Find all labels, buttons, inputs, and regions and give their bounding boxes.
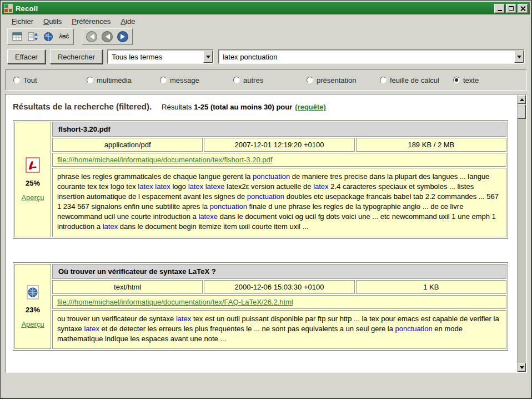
doc-table-button[interactable] bbox=[9, 29, 25, 44]
menu-fichier[interactable]: Fichier bbox=[7, 16, 38, 27]
clear-button[interactable]: Effacer bbox=[7, 49, 46, 64]
app-icon bbox=[4, 4, 13, 13]
globe-icon bbox=[43, 32, 53, 42]
result-left-column: 25% Aperçu bbox=[14, 122, 51, 237]
arrow-down-icon bbox=[520, 366, 524, 371]
next-page-button[interactable] bbox=[115, 29, 131, 44]
sort-by-dates-icon bbox=[28, 32, 38, 41]
result-detail-column: Où trouver un vérificateur de syntaxe La… bbox=[52, 264, 506, 350]
scroll-up-button[interactable] bbox=[518, 95, 526, 104]
result-date: 2007-12-01 12:19:20 +0100 bbox=[204, 138, 354, 152]
preview-link[interactable]: Aperçu bbox=[21, 320, 44, 328]
table-icon bbox=[12, 32, 22, 41]
result-mimetype: text/html bbox=[52, 280, 203, 294]
globe-button[interactable] bbox=[41, 29, 56, 44]
results-heading-title: Résultats de la recherche (filtered). bbox=[13, 102, 152, 111]
toolbar-group-tools: ÂBĈ bbox=[7, 28, 74, 45]
radio-icon bbox=[160, 77, 167, 83]
search-mode-select[interactable]: Tous les termes bbox=[107, 49, 214, 64]
result-url-row: file:///home/michael/informatique/docume… bbox=[52, 153, 506, 167]
results-heading: Résultats de la recherche (filtered).Rés… bbox=[13, 102, 513, 111]
radio-label: multimédia bbox=[97, 76, 132, 84]
menu-preferences[interactable]: Préférences bbox=[67, 16, 116, 27]
result-date: 2000-12-06 15:03:30 +0100 bbox=[204, 280, 354, 294]
radio-label: texte bbox=[463, 76, 479, 84]
category-radio-autres[interactable]: autres bbox=[233, 76, 307, 84]
search-mode-dropdown-arrow[interactable] bbox=[203, 51, 213, 63]
radio-label: feuille de calcul bbox=[390, 76, 439, 84]
scrollbar-track[interactable] bbox=[518, 104, 526, 363]
status-bar bbox=[1, 374, 531, 398]
result-snippet: ou trouver un verificateur de syntaxe la… bbox=[52, 310, 506, 350]
query-details-link[interactable]: (requête) bbox=[295, 103, 326, 111]
result-mimetype: application/pdf bbox=[52, 138, 203, 152]
result-url-row: file:///home/michael/informatique/docume… bbox=[52, 295, 506, 309]
menu-aide[interactable]: Aide bbox=[116, 16, 140, 27]
search-mode-value: Tous les termes bbox=[112, 53, 162, 61]
term-explorer-button[interactable]: ÂBĈ bbox=[56, 29, 72, 44]
close-button[interactable] bbox=[518, 4, 528, 13]
results-count-detail: 1-25 (total au moins 30) pour bbox=[194, 103, 292, 111]
prev-page-button[interactable] bbox=[99, 29, 115, 44]
result-title: Où trouver un vérificateur de syntaxe La… bbox=[52, 264, 506, 279]
result-meta-row: text/html 2000-12-06 15:03:30 +0100 1 KB bbox=[52, 280, 506, 294]
result-entry: 23% Aperçu Où trouver un vérificateur de… bbox=[13, 262, 508, 351]
radio-icon bbox=[380, 77, 387, 83]
category-radio-message[interactable]: message bbox=[160, 76, 233, 84]
close-icon bbox=[520, 6, 525, 11]
first-page-button[interactable] bbox=[84, 29, 99, 44]
search-bar: Effacer Rechercher Tous les termes bbox=[7, 49, 525, 64]
first-page-icon bbox=[86, 31, 97, 42]
result-size: 1 KB bbox=[356, 280, 506, 294]
category-filter-bar: Tout multimédia message autres présentat… bbox=[5, 69, 527, 91]
recoll-window: Recoll Fichier Outils Préférences Aide bbox=[0, 0, 532, 399]
category-radio-multimedia[interactable]: multimédia bbox=[87, 76, 160, 84]
result-url-link[interactable]: file:///home/michael/informatique/docume… bbox=[57, 156, 272, 164]
sort-by-dates-button[interactable] bbox=[25, 29, 41, 44]
category-radio-presentation[interactable]: présentation bbox=[307, 76, 380, 84]
preview-link[interactable]: Aperçu bbox=[21, 193, 44, 202]
scrollbar-thumb[interactable] bbox=[518, 104, 526, 119]
prev-page-icon bbox=[102, 31, 113, 42]
category-radio-feuille-de-calcul[interactable]: feuille de calcul bbox=[380, 76, 453, 84]
menu-outils[interactable]: Outils bbox=[38, 16, 67, 27]
radio-label: autres bbox=[243, 76, 263, 84]
maximize-button[interactable] bbox=[506, 4, 516, 13]
results-scrollbar[interactable] bbox=[517, 95, 526, 372]
html-file-icon bbox=[26, 285, 40, 300]
results-area: Résultats de la recherche (filtered).Rés… bbox=[5, 94, 527, 373]
category-radio-tout[interactable]: Tout bbox=[13, 76, 87, 84]
chevron-down-icon bbox=[517, 56, 521, 61]
window-title: Recoll bbox=[16, 4, 493, 13]
relevance-percent: 25% bbox=[26, 179, 40, 187]
relevance-percent: 23% bbox=[26, 306, 40, 314]
query-combobox[interactable] bbox=[218, 49, 525, 64]
radio-label: présentation bbox=[317, 76, 357, 84]
radio-label: Tout bbox=[23, 76, 37, 84]
radio-icon bbox=[87, 77, 93, 83]
radio-label: message bbox=[170, 76, 199, 84]
result-url-link[interactable]: file:///home/michael/informatique/docume… bbox=[57, 298, 293, 306]
pdf-file-icon bbox=[26, 157, 40, 173]
toolbar: ÂBĈ bbox=[2, 28, 530, 46]
results-list: Résultats de la recherche (filtered).Rés… bbox=[6, 95, 517, 372]
query-dropdown-arrow[interactable] bbox=[514, 51, 524, 63]
result-meta-row: application/pdf 2007-12-01 12:19:20 +010… bbox=[52, 138, 506, 152]
radio-icon bbox=[307, 77, 313, 83]
minimize-button[interactable] bbox=[494, 4, 505, 13]
minimize-icon bbox=[498, 10, 502, 11]
scroll-down-button[interactable] bbox=[518, 363, 526, 372]
radio-icon bbox=[453, 77, 460, 83]
titlebar[interactable]: Recoll bbox=[2, 2, 530, 14]
maximize-icon bbox=[509, 6, 514, 11]
results-count-prefix: Résultats bbox=[162, 103, 192, 111]
next-page-icon bbox=[117, 31, 128, 42]
search-button[interactable]: Rechercher bbox=[50, 49, 103, 64]
result-left-column: 23% Aperçu bbox=[14, 264, 51, 350]
result-snippet: phrase les regles grammaticales de chaqu… bbox=[52, 168, 506, 237]
query-input[interactable] bbox=[223, 50, 513, 63]
term-explorer-icon: ÂBĈ bbox=[59, 34, 69, 39]
result-size: 189 KB / 2 MB bbox=[356, 138, 506, 152]
result-title: flshort-3.20.pdf bbox=[52, 122, 506, 137]
category-radio-texte[interactable]: texte bbox=[453, 76, 479, 84]
